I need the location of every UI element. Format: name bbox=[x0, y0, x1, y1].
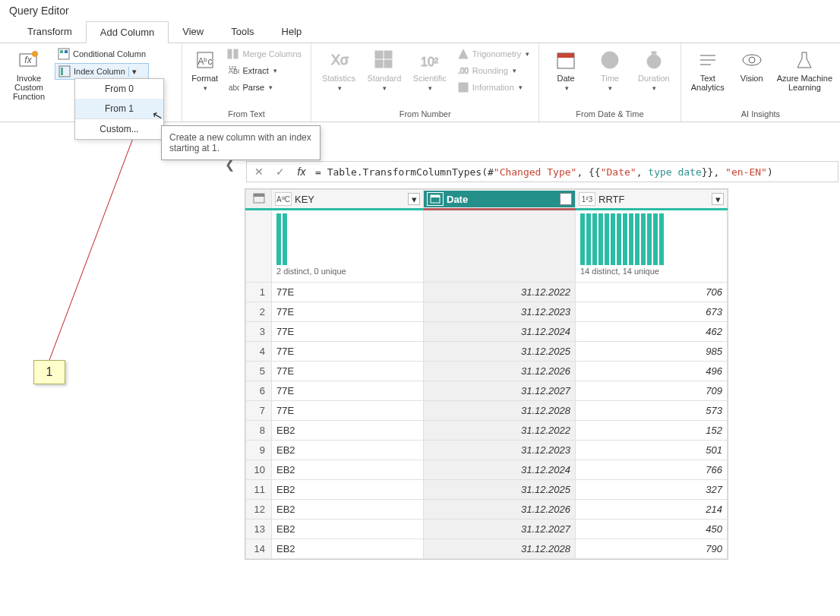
cell-date[interactable]: 31.12.2025 bbox=[424, 480, 576, 500]
index-column-button[interactable]: Index Column ▾ bbox=[55, 63, 149, 80]
tab-view[interactable]: View bbox=[169, 21, 217, 43]
parse-button[interactable]: abc Parse bbox=[224, 80, 305, 95]
cell-rrtf[interactable]: 709 bbox=[576, 381, 728, 401]
table-row[interactable]: 13EB231.12.2027450 bbox=[246, 520, 728, 539]
cell-rrtf[interactable]: 573 bbox=[576, 401, 728, 421]
formula-cancel-button[interactable]: ✕ bbox=[251, 166, 267, 178]
table-row[interactable]: 277E31.12.2023673 bbox=[246, 302, 728, 322]
table-row[interactable]: 9EB231.12.2023501 bbox=[246, 441, 728, 460]
table-row[interactable]: 777E31.12.2028573 bbox=[246, 401, 728, 421]
cell-rrtf[interactable]: 152 bbox=[576, 421, 728, 441]
cell-key[interactable]: EB2 bbox=[272, 441, 424, 460]
cell-key[interactable]: EB2 bbox=[272, 500, 424, 520]
dropdown-from-0[interactable]: From 0 bbox=[75, 79, 163, 99]
column-header-rrtf[interactable]: 1²3 RRTF ▾ bbox=[576, 190, 728, 210]
table-row[interactable]: 377E31.12.2024462 bbox=[246, 322, 728, 342]
cell-date[interactable]: 31.12.2028 bbox=[424, 401, 576, 421]
cell-date[interactable]: 31.12.2022 bbox=[424, 421, 576, 441]
cell-key[interactable]: EB2 bbox=[272, 421, 424, 441]
column-header-key[interactable]: AᴮC KEY ▾ bbox=[272, 190, 424, 210]
table-row[interactable]: 177E31.12.2022706 bbox=[246, 283, 728, 302]
cell-date[interactable]: 31.12.2024 bbox=[424, 460, 576, 480]
column-header-date[interactable]: Date ▾ bbox=[424, 190, 576, 210]
formula-text: }}, bbox=[702, 166, 725, 178]
cell-rrtf[interactable]: 985 bbox=[576, 342, 728, 362]
filter-button[interactable]: ▾ bbox=[408, 193, 420, 205]
azure-ml-button[interactable]: Azure Machine Learning bbox=[775, 46, 834, 92]
cell-key[interactable]: EB2 bbox=[272, 480, 424, 500]
date-button[interactable]: Date bbox=[545, 46, 586, 92]
cell-date[interactable]: 31.12.2026 bbox=[424, 362, 576, 381]
cell-rrtf[interactable]: 496 bbox=[576, 362, 728, 381]
svg-rect-23 bbox=[459, 83, 468, 92]
cell-date[interactable]: 31.12.2025 bbox=[424, 342, 576, 362]
tab-help[interactable]: Help bbox=[268, 21, 316, 43]
select-all-corner[interactable] bbox=[246, 190, 272, 210]
cell-key[interactable]: EB2 bbox=[272, 539, 424, 559]
formula-text: , {{ bbox=[576, 166, 600, 178]
cell-key[interactable]: EB2 bbox=[272, 520, 424, 539]
info-label: Information bbox=[472, 83, 514, 92]
cell-rrtf[interactable]: 501 bbox=[576, 441, 728, 460]
svg-text:abc: abc bbox=[229, 84, 239, 92]
cell-key[interactable]: 77E bbox=[272, 362, 424, 381]
scientific-button: 10² Scientific bbox=[409, 46, 451, 92]
table-row[interactable]: 677E31.12.2027709 bbox=[246, 381, 728, 401]
cell-date[interactable]: 31.12.2026 bbox=[424, 500, 576, 520]
cell-date[interactable]: 31.12.2023 bbox=[424, 302, 576, 322]
cell-key[interactable]: 77E bbox=[272, 322, 424, 342]
svg-rect-10 bbox=[228, 49, 232, 58]
tab-transform[interactable]: Transform bbox=[14, 21, 86, 43]
cell-date[interactable]: 31.12.2027 bbox=[424, 381, 576, 401]
merge-columns-button: Merge Columns bbox=[224, 46, 305, 62]
filter-button[interactable]: ▾ bbox=[560, 193, 572, 205]
cell-key[interactable]: 77E bbox=[272, 342, 424, 362]
tab-tools[interactable]: Tools bbox=[217, 21, 267, 43]
cell-key[interactable]: EB2 bbox=[272, 460, 424, 480]
table-row[interactable]: 11EB231.12.2025327 bbox=[246, 480, 728, 500]
chevron-down-icon[interactable]: ▾ bbox=[128, 67, 137, 77]
fx-icon[interactable]: fx bbox=[294, 166, 309, 178]
cell-date[interactable]: 31.12.2024 bbox=[424, 322, 576, 342]
cell-date[interactable]: 31.12.2028 bbox=[424, 539, 576, 559]
format-button[interactable]: Aᵇc Format bbox=[188, 46, 221, 92]
cell-rrtf[interactable]: 790 bbox=[576, 539, 728, 559]
svg-rect-30 bbox=[652, 52, 656, 54]
cell-key[interactable]: 77E bbox=[272, 381, 424, 401]
row-number: 7 bbox=[246, 401, 272, 421]
cell-rrtf[interactable]: 450 bbox=[576, 520, 728, 539]
table-row[interactable]: 14EB231.12.2028790 bbox=[246, 539, 728, 559]
table-row[interactable]: 577E31.12.2026496 bbox=[246, 362, 728, 381]
cell-date[interactable]: 31.12.2023 bbox=[424, 441, 576, 460]
text-analytics-button[interactable]: Text Analytics bbox=[687, 46, 728, 92]
cell-rrtf[interactable]: 327 bbox=[576, 480, 728, 500]
filter-button[interactable]: ▾ bbox=[712, 193, 724, 205]
table-row[interactable]: 12EB231.12.2026214 bbox=[246, 500, 728, 520]
triangle-icon bbox=[457, 48, 469, 60]
cell-date[interactable]: 31.12.2022 bbox=[424, 283, 576, 302]
table-row[interactable]: 10EB231.12.2024766 bbox=[246, 460, 728, 480]
cell-key[interactable]: 77E bbox=[272, 401, 424, 421]
conditional-column-button[interactable]: Conditional Column bbox=[55, 46, 149, 62]
cell-key[interactable]: 77E bbox=[272, 302, 424, 322]
cell-key[interactable]: 77E bbox=[272, 283, 424, 302]
cell-rrtf[interactable]: 214 bbox=[576, 500, 728, 520]
tab-add-column[interactable]: Add Column bbox=[86, 21, 169, 43]
cell-rrtf[interactable]: 462 bbox=[576, 322, 728, 342]
vision-button[interactable]: Vision bbox=[731, 46, 772, 83]
cell-date[interactable]: 31.12.2027 bbox=[424, 520, 576, 539]
eye-icon bbox=[740, 48, 764, 72]
formula-accept-button[interactable]: ✓ bbox=[273, 166, 288, 178]
extract-label: Extract bbox=[242, 66, 268, 75]
extract-button[interactable]: ABC123 Extract bbox=[224, 63, 305, 78]
cell-rrtf[interactable]: 766 bbox=[576, 460, 728, 480]
invoke-custom-function-button[interactable]: fx Invoke Custom Function bbox=[6, 46, 52, 101]
dropdown-from-1[interactable]: From 1 bbox=[75, 99, 163, 118]
cell-rrtf[interactable]: 673 bbox=[576, 302, 728, 322]
table-row[interactable]: 477E31.12.2025985 bbox=[246, 342, 728, 362]
formula-input[interactable]: = Table.TransformColumnTypes(#"Changed T… bbox=[315, 166, 833, 178]
table-row[interactable]: 8EB231.12.2022152 bbox=[246, 421, 728, 441]
cell-rrtf[interactable]: 706 bbox=[576, 283, 728, 302]
row-number: 13 bbox=[246, 520, 272, 539]
dropdown-custom[interactable]: Custom... bbox=[75, 118, 163, 139]
